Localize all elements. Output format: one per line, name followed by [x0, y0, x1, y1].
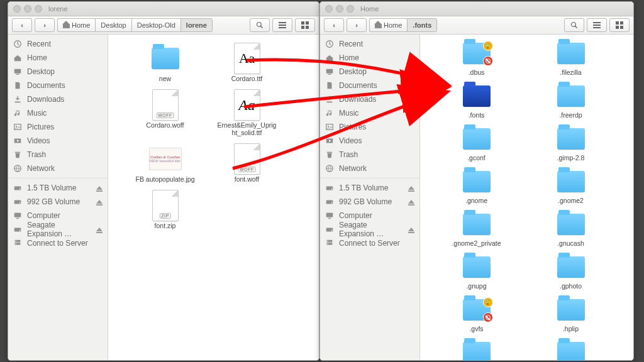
- sidebar-item-videos[interactable]: Videos: [320, 134, 419, 148]
- sidebar-item-desktop[interactable]: Desktop: [320, 65, 419, 79]
- file-item[interactable]: WOFFfont.woff: [217, 144, 277, 183]
- eject-icon[interactable]: [408, 186, 414, 190]
- breadcrumb-seg[interactable]: .fonts: [407, 18, 437, 32]
- sidebar-item-trash[interactable]: Trash: [8, 148, 108, 162]
- sidebar-item-label: 992 GB Volume: [339, 197, 392, 206]
- folder-item[interactable]: .filezilla: [536, 40, 606, 76]
- sidebar-device[interactable]: Connect to Server: [320, 236, 419, 250]
- drive-icon: [325, 184, 334, 192]
- eject-icon[interactable]: [96, 228, 103, 231]
- nav-forward-button[interactable]: ›: [35, 18, 55, 32]
- svg-rect-11: [16, 74, 19, 75]
- folder-item[interactable]: .gnome2: [536, 168, 606, 204]
- woff-file-icon: WOFF: [152, 89, 179, 121]
- sidebar-item-network[interactable]: Network: [8, 162, 108, 175]
- folder-label: .filezilla: [560, 69, 581, 76]
- sidebar-item-videos[interactable]: Videos: [8, 134, 108, 148]
- eject-icon[interactable]: [96, 200, 103, 204]
- max-dot[interactable]: [347, 5, 354, 13]
- sidebar-device[interactable]: 1.5 TB Volume: [320, 181, 419, 195]
- search-button[interactable]: [564, 18, 584, 32]
- file-item[interactable]: new: [135, 43, 196, 82]
- sidebar-item-downloads[interactable]: Downloads: [8, 92, 108, 106]
- sidebar-item-music[interactable]: Music: [8, 106, 108, 120]
- file-label: Ernest&Emily_Upright_solid.ttf: [217, 121, 277, 136]
- view-list-button[interactable]: [272, 18, 292, 32]
- folder-item[interactable]: 🔒.gvfs: [442, 296, 511, 332]
- nav-back-button[interactable]: ‹: [12, 18, 32, 32]
- desktop-icon: [325, 67, 334, 76]
- folder-item[interactable]: .hplip: [536, 296, 606, 332]
- sidebar-item-home[interactable]: Home: [320, 51, 419, 65]
- view-list-button[interactable]: [587, 18, 607, 32]
- sidebar-item-recent[interactable]: Recent: [8, 37, 108, 51]
- breadcrumb-seg[interactable]: Home: [57, 18, 95, 32]
- sidebar-item-desktop[interactable]: Desktop: [8, 65, 108, 79]
- folder-item[interactable]: .gnome: [442, 168, 511, 204]
- documents-icon: [325, 81, 334, 90]
- sidebar-item-label: 1.5 TB Volume: [27, 184, 77, 192]
- folder-item[interactable]: .gconf: [442, 125, 511, 162]
- sidebar-device[interactable]: Seagate Expansion …: [320, 222, 419, 236]
- breadcrumb-seg[interactable]: Desktop-Old: [131, 18, 180, 32]
- file-pane[interactable]: 🔒.dbus.filezilla.fonts.freerdp.gconf.gim…: [420, 35, 633, 360]
- min-dot[interactable]: [24, 5, 31, 13]
- file-item[interactable]: WOFFCordaro.woff: [135, 90, 196, 136]
- sidebar-device[interactable]: 1.5 TB Volume: [8, 181, 108, 195]
- sidebar-item-documents[interactable]: Documents: [320, 79, 419, 92]
- search-button[interactable]: [250, 18, 270, 32]
- folder-item[interactable]: .gphoto: [536, 253, 606, 290]
- eject-icon[interactable]: [408, 228, 414, 231]
- min-dot[interactable]: [336, 5, 343, 13]
- sidebar-device[interactable]: Connect to Server: [8, 236, 108, 250]
- sidebar-device[interactable]: Seagate Expansion …: [8, 222, 108, 236]
- sidebar-item-documents[interactable]: Documents: [8, 79, 108, 92]
- breadcrumb-seg[interactable]: lorene: [180, 18, 213, 32]
- eject-icon[interactable]: [408, 200, 414, 204]
- view-grid-button[interactable]: [609, 18, 630, 32]
- sidebar-item-home[interactable]: Home: [8, 51, 108, 65]
- nav-back-button[interactable]: ‹: [324, 18, 344, 32]
- sidebar-item-pictures[interactable]: Pictures: [8, 120, 108, 134]
- file-pane[interactable]: newAaCordaro.ttfWOFFCordaro.woffAaErnest…: [108, 35, 319, 360]
- file-item[interactable]: AaErnest&Emily_Upright_solid.ttf: [217, 90, 277, 136]
- view-grid-button[interactable]: [295, 18, 315, 32]
- folder-item[interactable]: .freerdp: [536, 82, 606, 119]
- folder-item[interactable]: .local: [536, 339, 606, 360]
- breadcrumb-seg[interactable]: Home: [369, 18, 407, 32]
- max-dot[interactable]: [35, 5, 42, 13]
- file-item[interactable]: ZIPfont.zip: [135, 190, 196, 229]
- sidebar-item-trash[interactable]: Trash: [320, 148, 419, 162]
- file-item[interactable]: Crellan & CrochetNEW beautiful life!FB a…: [135, 144, 196, 183]
- sidebar-item-downloads[interactable]: Downloads: [320, 92, 419, 106]
- folder-item[interactable]: .gnome2_private: [442, 211, 511, 247]
- folder-item[interactable]: .gnucash: [536, 211, 606, 247]
- eject-icon[interactable]: [96, 186, 103, 190]
- sidebar-item-pictures[interactable]: Pictures: [320, 120, 419, 134]
- close-dot[interactable]: [13, 5, 21, 13]
- file-item[interactable]: AaCordaro.ttf: [217, 43, 277, 82]
- home-icon: [325, 53, 334, 62]
- folder-item[interactable]: 🔒.dbus: [442, 40, 511, 76]
- titlebar[interactable]: lorene: [8, 2, 319, 16]
- sidebar-item-music[interactable]: Music: [320, 106, 419, 120]
- home-icon: [63, 22, 70, 28]
- trash-icon: [13, 150, 22, 159]
- folder-label: .gnome: [465, 197, 487, 204]
- folder-item[interactable]: .fonts: [442, 82, 511, 119]
- svg-rect-52: [326, 213, 333, 217]
- sidebar-item-recent[interactable]: Recent: [320, 37, 419, 51]
- folder-item[interactable]: .gnupg: [442, 253, 511, 290]
- file-label: new: [159, 75, 171, 82]
- folder-item[interactable]: .gimp-2.8: [536, 125, 606, 162]
- titlebar[interactable]: Home: [320, 2, 633, 16]
- sidebar-item-network[interactable]: Network: [320, 162, 419, 175]
- breadcrumb-seg[interactable]: Desktop: [95, 18, 131, 32]
- sidebar-device[interactable]: 992 GB Volume: [320, 195, 419, 209]
- folder-icon: 🔒: [463, 299, 491, 321]
- breadcrumb: HomeDesktopDesktop-Oldlorene: [57, 18, 213, 32]
- sidebar-device[interactable]: 992 GB Volume: [8, 195, 108, 209]
- close-dot[interactable]: [325, 5, 333, 13]
- nav-forward-button[interactable]: ›: [347, 18, 367, 32]
- folder-item[interactable]: .kde: [442, 339, 511, 360]
